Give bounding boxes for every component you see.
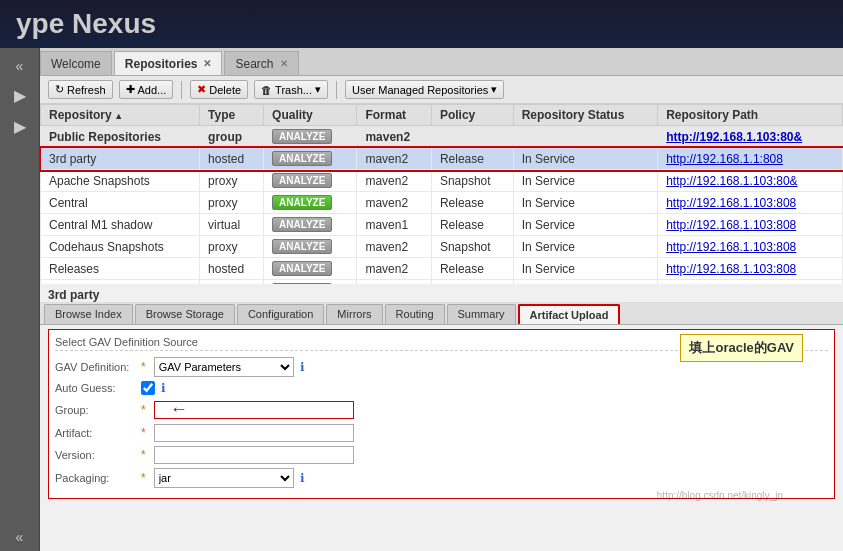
form-row-packaging: Packaging: * jar war pom ℹ	[55, 468, 828, 488]
analyze-button[interactable]: ANALYZE	[272, 173, 332, 188]
cell-format: maven2	[357, 126, 431, 148]
refresh-icon: ↻	[55, 83, 64, 96]
tab-search[interactable]: Search ✕	[224, 51, 298, 75]
version-input[interactable]	[154, 446, 354, 464]
cell-path: http://192.168.1.103:808	[658, 214, 843, 236]
watermark: http://blog.csdn.net/kingly_jn	[657, 490, 783, 501]
sidebar-icon-1[interactable]: ▶	[10, 80, 30, 111]
cell-type: group	[200, 126, 264, 148]
gav-info-icon[interactable]: ℹ	[300, 360, 305, 374]
artifact-input[interactable]	[154, 424, 354, 442]
cell-format: maven2	[357, 258, 431, 280]
cell-name: Public Repositories	[41, 126, 200, 148]
cell-quality: ANALYZE	[264, 170, 357, 192]
toolbar-sep-1	[181, 81, 182, 99]
analyze-button[interactable]: ANALYZE	[272, 195, 332, 210]
sub-tab-bar: Browse Index Browse Storage Configuratio…	[40, 302, 843, 325]
user-managed-label: User Managed Repositories	[352, 84, 488, 96]
cell-format: maven2	[357, 148, 431, 170]
cell-status	[513, 126, 658, 148]
analyze-button[interactable]: ANALYZE	[272, 129, 332, 144]
gav-definition-select[interactable]: GAV Parameters	[154, 357, 294, 377]
cell-path: http://192.168.1.1:808	[658, 148, 843, 170]
cell-status: In Service	[513, 192, 658, 214]
gav-required-icon: *	[141, 360, 146, 374]
cell-type: hosted	[200, 148, 264, 170]
sub-tab-summary[interactable]: Summary	[447, 304, 516, 324]
user-managed-button[interactable]: User Managed Repositories ▾	[345, 80, 504, 99]
col-quality: Quality	[264, 105, 357, 126]
annotation-box: 填上oracle的GAV	[680, 334, 803, 362]
tab-repositories[interactable]: Repositories ✕	[114, 51, 223, 75]
col-path: Repository Path	[658, 105, 843, 126]
table-row[interactable]: Codehaus Snapshots proxy ANALYZE maven2 …	[41, 236, 843, 258]
group-label: Group:	[55, 404, 135, 416]
analyze-button[interactable]: ANALYZE	[272, 151, 332, 166]
sub-tab-routing[interactable]: Routing	[385, 304, 445, 324]
left-sidebar: « ▶ ▶ «	[0, 48, 40, 551]
auto-guess-checkbox[interactable]	[141, 381, 155, 395]
table-row[interactable]: Central proxy ANALYZE maven2 Release In …	[41, 192, 843, 214]
cell-type: proxy	[200, 236, 264, 258]
packaging-info-icon[interactable]: ℹ	[300, 471, 305, 485]
form-row-group: Group: * ←	[55, 399, 828, 420]
analyze-button[interactable]: ANALYZE	[272, 261, 332, 276]
table-row[interactable]: Public Repositories group ANALYZE maven2…	[41, 126, 843, 148]
cell-quality: ANALYZE	[264, 126, 357, 148]
cell-path: http://192.168.1.103:808	[658, 236, 843, 258]
sidebar-icon-2[interactable]: ▶	[10, 111, 30, 142]
add-button[interactable]: ✚ Add...	[119, 80, 174, 99]
cell-status: In Service	[513, 258, 658, 280]
cell-policy	[431, 126, 513, 148]
cell-type: hosted	[200, 258, 264, 280]
table-row[interactable]: Central M1 shadow virtual ANALYZE maven1…	[41, 214, 843, 236]
cell-path: http://192.168.1.103:808	[658, 258, 843, 280]
cell-status: In Service	[513, 236, 658, 258]
table-row[interactable]: 3rd party hosted ANALYZE maven2 Release …	[41, 148, 843, 170]
table-row[interactable]: Releases hosted ANALYZE maven2 Release I…	[41, 258, 843, 280]
repository-table-wrapper[interactable]: Repository Type Quality Format Policy Re…	[40, 104, 843, 284]
sub-tab-browse-storage[interactable]: Browse Storage	[135, 304, 235, 324]
cell-policy: Release	[431, 192, 513, 214]
delete-label: Delete	[209, 84, 241, 96]
tab-repositories-close[interactable]: ✕	[203, 58, 211, 69]
sidebar-collapse-bottom[interactable]: «	[12, 525, 28, 549]
auto-guess-info-icon[interactable]: ℹ	[161, 381, 166, 395]
sub-tab-artifact-upload[interactable]: Artifact Upload	[518, 304, 621, 324]
sidebar-collapse-top[interactable]: «	[12, 54, 28, 78]
gav-definition-label: GAV Definition:	[55, 361, 135, 373]
sub-tab-configuration[interactable]: Configuration	[237, 304, 324, 324]
col-status: Repository Status	[513, 105, 658, 126]
group-required-icon: *	[141, 403, 146, 417]
analyze-button[interactable]: ANALYZE	[272, 217, 332, 232]
app-title: ype Nexus	[16, 8, 156, 40]
tab-repositories-label: Repositories	[125, 57, 198, 71]
version-label: Version:	[55, 449, 135, 461]
cell-policy: Snapshot	[431, 170, 513, 192]
form-row-autoguess: Auto Guess: ℹ	[55, 381, 828, 395]
packaging-label: Packaging:	[55, 472, 135, 484]
tab-welcome[interactable]: Welcome	[40, 51, 112, 75]
refresh-button[interactable]: ↻ Refresh	[48, 80, 113, 99]
trash-icon: 🗑	[261, 84, 272, 96]
user-managed-dropdown: ▾	[491, 83, 497, 96]
trash-button[interactable]: 🗑 Trash... ▾	[254, 80, 328, 99]
analyze-button[interactable]: ANALYZE	[272, 239, 332, 254]
table-row[interactable]: Apache Snapshots proxy ANALYZE maven2 Sn…	[41, 170, 843, 192]
delete-icon: ✖	[197, 83, 206, 96]
col-policy: Policy	[431, 105, 513, 126]
sub-tab-browse-index[interactable]: Browse Index	[44, 304, 133, 324]
cell-status: In Service	[513, 148, 658, 170]
trash-dropdown-icon: ▾	[315, 83, 321, 96]
packaging-select[interactable]: jar war pom	[154, 468, 294, 488]
cell-name: Codehaus Snapshots	[41, 236, 200, 258]
delete-button[interactable]: ✖ Delete	[190, 80, 248, 99]
cell-quality: ANALYZE	[264, 214, 357, 236]
cell-path: http://192.168.1.103:808	[658, 192, 843, 214]
tab-search-close[interactable]: ✕	[280, 58, 288, 69]
cell-name: 3rd party	[41, 148, 200, 170]
artifact-label: Artifact:	[55, 427, 135, 439]
sub-tab-mirrors[interactable]: Mirrors	[326, 304, 382, 324]
cell-quality: ANALYZE	[264, 148, 357, 170]
form-row-artifact: Artifact: *	[55, 424, 828, 442]
